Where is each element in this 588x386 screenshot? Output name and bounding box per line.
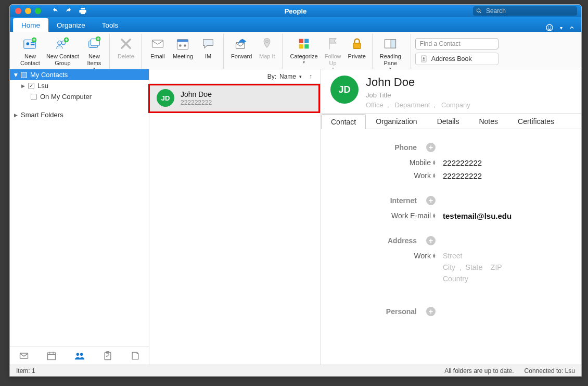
checkbox-checked-icon[interactable]: [28, 83, 34, 89]
tab-organization[interactable]: Organization: [366, 114, 427, 129]
tab-contact[interactable]: Contact: [321, 114, 366, 129]
nav-notes-icon[interactable]: [125, 347, 146, 364]
emoji-icon[interactable]: [545, 23, 554, 32]
svg-rect-27: [391, 40, 395, 48]
svg-rect-22: [304, 39, 309, 43]
svg-point-0: [546, 24, 553, 31]
list-item[interactable]: JD John Doe 222222222: [149, 84, 321, 113]
tab-details[interactable]: Details: [427, 114, 469, 129]
private-button[interactable]: Private: [345, 34, 369, 61]
sidebar: ▶ My Contacts ▶ Lsu On My Computer ▶ Sma…: [10, 69, 149, 365]
avatar: JD: [330, 76, 359, 104]
list-sort-header[interactable]: By: Name ▾ ↑: [149, 69, 321, 84]
svg-point-4: [26, 42, 29, 45]
city-field[interactable]: City: [443, 263, 455, 271]
global-search[interactable]: [473, 6, 577, 16]
minimize-window-icon[interactable]: [25, 8, 31, 14]
zip-field[interactable]: ZIP: [491, 263, 502, 271]
add-personal-icon[interactable]: +: [426, 307, 436, 316]
new-contact-button[interactable]: New Contact: [17, 34, 43, 67]
sort-asc-icon[interactable]: ↑: [309, 73, 312, 80]
avatar: JD: [157, 89, 174, 107]
delete-button: Delete: [114, 34, 138, 61]
svg-point-8: [58, 41, 62, 45]
tab-tools[interactable]: Tools: [94, 18, 127, 32]
svg-rect-5: [31, 42, 35, 43]
svg-point-17: [179, 44, 182, 47]
job-title-field[interactable]: Job Title: [366, 91, 470, 99]
collapse-ribbon-icon[interactable]: [569, 24, 575, 31]
nav-calendar-icon[interactable]: [41, 347, 62, 364]
work-email-value[interactable]: testemail@lsu.edu: [443, 211, 512, 220]
main: ▶ My Contacts ▶ Lsu On My Computer ▶ Sma…: [10, 69, 581, 365]
svg-rect-25: [353, 43, 361, 49]
sidebar-folder-my-contacts[interactable]: ▶ My Contacts: [10, 69, 149, 80]
search-input[interactable]: [485, 7, 574, 15]
svg-point-18: [184, 44, 187, 47]
office-field[interactable]: Office: [366, 101, 384, 109]
add-address-icon[interactable]: +: [426, 236, 436, 245]
stepper-icon[interactable]: ▴▾: [433, 253, 436, 259]
sidebar-folder-smart-folders[interactable]: ▶ Smart Folders: [10, 109, 149, 120]
tab-organize[interactable]: Organize: [48, 18, 94, 32]
contact-name[interactable]: John Doe: [366, 76, 470, 89]
categorize-button[interactable]: Categorize▾: [287, 34, 321, 66]
contact-list-pane: By: Name ▾ ↑ JD John Doe 222222222: [149, 69, 321, 365]
meeting-button[interactable]: Meeting: [170, 34, 196, 61]
sidebar-item-lsu[interactable]: ▶ Lsu: [10, 80, 149, 91]
nav-mail-icon[interactable]: [14, 347, 34, 364]
detail-tabs: Contact Organization Details Notes Certi…: [321, 114, 581, 129]
tab-notes[interactable]: Notes: [469, 114, 508, 129]
stepper-icon[interactable]: ▴▾: [433, 213, 436, 219]
country-field[interactable]: Country: [443, 275, 502, 283]
close-window-icon[interactable]: [15, 8, 21, 14]
zoom-window-icon[interactable]: [35, 8, 41, 14]
list-item-sub: 222222222: [181, 99, 212, 106]
sidebar-item-on-my-computer[interactable]: On My Computer: [10, 91, 149, 102]
svg-rect-24: [304, 44, 309, 48]
chevron-down-icon: ▶: [14, 73, 19, 77]
svg-rect-23: [299, 44, 303, 48]
new-items-button[interactable]: New Items ▾: [82, 34, 106, 72]
undo-icon[interactable]: [52, 7, 59, 15]
svg-point-20: [266, 40, 269, 43]
chevron-down-icon: ▾: [299, 74, 302, 79]
work-phone-value[interactable]: 222222222: [443, 171, 482, 180]
department-field[interactable]: Department: [394, 101, 430, 109]
nav-switcher: [10, 346, 149, 365]
status-bar: Item: 1 All folders are up to date. Conn…: [10, 365, 581, 376]
add-phone-icon[interactable]: +: [426, 143, 436, 152]
reading-pane-button[interactable]: Reading Pane▾: [377, 34, 404, 72]
nav-people-icon[interactable]: [69, 347, 91, 365]
svg-rect-6: [31, 44, 35, 45]
tab-certificates[interactable]: Certificates: [508, 114, 564, 129]
search-icon: [476, 8, 482, 14]
redo-icon[interactable]: [65, 7, 72, 15]
mobile-phone-value[interactable]: 222222222: [443, 158, 482, 167]
chevron-down-icon[interactable]: ▾: [560, 25, 563, 31]
map-it-button: Map It: [255, 34, 279, 61]
forward-button[interactable]: Forward: [228, 34, 255, 61]
new-contact-group-button[interactable]: New Contact Group: [43, 34, 82, 67]
company-field[interactable]: Company: [441, 101, 470, 109]
status-connection: Connected to: Lsu: [525, 367, 575, 375]
tab-home[interactable]: Home: [13, 18, 48, 32]
im-button[interactable]: IM: [196, 34, 220, 61]
ribbon-tabs: Home Organize Tools ▾: [10, 17, 581, 32]
stepper-icon[interactable]: ▴▾: [433, 160, 436, 166]
add-internet-icon[interactable]: +: [426, 196, 436, 205]
address-book-button[interactable]: Address Book: [415, 53, 498, 65]
state-field[interactable]: State: [466, 263, 483, 271]
street-field[interactable]: Street: [443, 252, 502, 260]
find-contact-input[interactable]: [415, 38, 498, 49]
svg-point-32: [76, 353, 79, 356]
checkbox-icon[interactable]: [31, 94, 37, 100]
quick-access: [52, 7, 87, 15]
stepper-icon[interactable]: ▴▾: [433, 173, 436, 179]
contact-detail-pane: JD John Doe Job Title Office , Departmen…: [321, 69, 581, 365]
nav-tasks-icon[interactable]: [97, 347, 118, 364]
svg-rect-30: [20, 353, 28, 358]
checkbox-icon[interactable]: [21, 72, 27, 78]
email-button[interactable]: Email: [146, 34, 170, 61]
print-icon[interactable]: [79, 7, 87, 15]
